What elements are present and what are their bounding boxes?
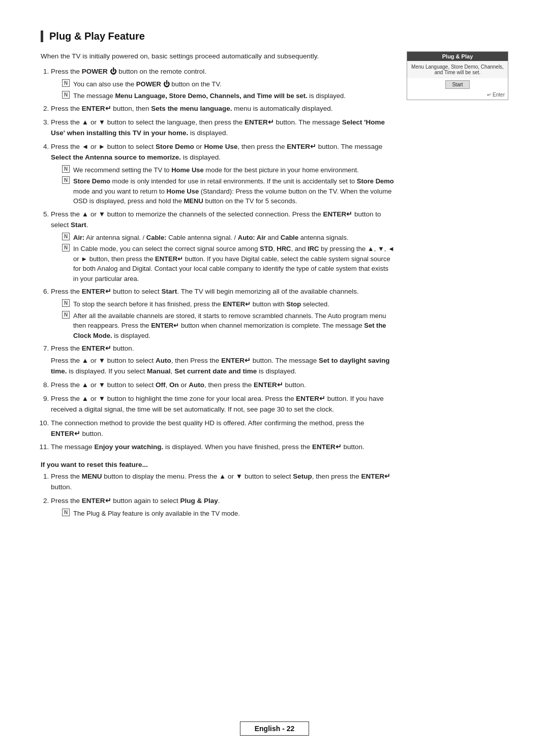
step1-note2: The message Menu Language, Store Demo, C…	[62, 91, 394, 101]
step6-notes: To stop the search before it has finishe…	[62, 299, 394, 340]
intro-text: When the TV is initially powered on, bas…	[41, 51, 394, 61]
step-10: The connection method to provide the bes…	[51, 418, 394, 439]
step6-note2: After all the available channels are sto…	[62, 311, 394, 341]
sidebar-title: Plug & Play	[407, 52, 508, 61]
footer-badge: English - 22	[240, 721, 310, 736]
step-9: Press the ▲ or ▼ button to highlight the…	[51, 394, 394, 415]
step4-note2: Store Demo mode is only intended for use…	[62, 176, 394, 206]
step-3: Press the ▲ or ▼ button to select the la…	[51, 117, 394, 139]
step5-notes: Air: Air antenna signal. / Cable: Cable …	[62, 233, 394, 284]
step-8: Press the ▲ or ▼ button to select Off, O…	[51, 380, 394, 391]
step-7: Press the ENTER↵ button. Press the ▲ or …	[51, 343, 394, 377]
step-4: Press the ◄ or ► button to select Store …	[51, 142, 394, 206]
page-title: Plug & Play Feature	[49, 30, 145, 42]
step-6: Press the ENTER↵ button to select Start.…	[51, 287, 394, 340]
step1-bold1: POWER ⏻	[82, 68, 117, 75]
reset-step2-notes: The Plug & Play feature is only availabl…	[62, 509, 394, 519]
sidebar-enter: ↵ Enter	[407, 91, 508, 100]
section-title: Plug & Play Feature	[41, 30, 508, 42]
steps-list: Press the POWER ⏻ button on the remote c…	[51, 67, 394, 453]
reset-step-1: Press the MENU button to display the men…	[51, 471, 394, 493]
reset-step-2: Press the ENTER↵ button again to select …	[51, 496, 394, 518]
page-content: Plug & Play Feature When the TV is initi…	[0, 0, 549, 568]
step-11: The message Enjoy your watching. is disp…	[51, 442, 394, 453]
step1-notes: You can also use the POWER ⏻ button on t…	[62, 79, 394, 101]
sidebar-start-button: Start	[445, 80, 469, 89]
reset-heading: If you want to reset this feature...	[41, 461, 394, 468]
step-5: Press the ▲ or ▼ button to memorize the …	[51, 209, 394, 284]
step6-note1: To stop the search before it has finishe…	[62, 299, 394, 309]
reset-steps-list: Press the MENU button to display the men…	[51, 471, 394, 518]
footer: English - 22	[0, 721, 549, 736]
step1-note1: You can also use the POWER ⏻ button on t…	[62, 79, 394, 89]
step5-note2: In Cable mode, you can select the correc…	[62, 244, 394, 284]
step4-notes: We recommend setting the TV to Home Use …	[62, 165, 394, 206]
step-1: Press the POWER ⏻ button on the remote c…	[51, 67, 394, 101]
sidebar-body: Menu Language, Store Demo, Channels, and…	[407, 61, 508, 78]
step4-note1: We recommend setting the TV to Home Use …	[62, 165, 394, 175]
top-row: When the TV is initially powered on, bas…	[41, 51, 508, 522]
reset-step2-note1: The Plug & Play feature is only availabl…	[62, 509, 394, 519]
reset-section: If you want to reset this feature... Pre…	[41, 461, 394, 518]
step-2: Press the ENTER↵ button, then Sets the m…	[51, 104, 394, 114]
sidebar-box: Plug & Play Menu Language, Store Demo, C…	[407, 51, 508, 100]
main-content: When the TV is initially powered on, bas…	[41, 51, 394, 522]
step5-note1: Air: Air antenna signal. / Cable: Cable …	[62, 233, 394, 243]
